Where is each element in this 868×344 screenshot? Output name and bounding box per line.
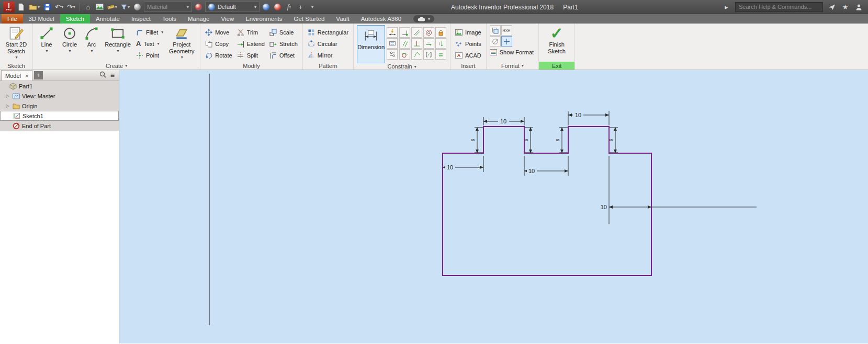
extend-button[interactable]: SplitExtend [235,39,266,49]
browser-tab-model[interactable]: Model × [1,70,32,81]
tree-item-origin[interactable]: ▷ Origin [0,101,119,111]
move-button[interactable]: Move [204,27,233,37]
line-button[interactable]: Line ▾ [36,25,57,53]
group-label-create[interactable]: Create▾ [35,62,198,70]
close-icon[interactable]: × [25,73,28,79]
favorites-button[interactable]: ★ [840,2,850,13]
circular-pattern-button[interactable]: Circular [306,39,350,49]
project-geometry-button[interactable]: Project Geometry ▾ [166,25,197,60]
undo-button[interactable]: ↶▾ [54,2,64,13]
dim-height-1[interactable] [475,127,483,153]
tab-get-started[interactable]: Get Started [288,14,331,24]
group-label-format[interactable]: Format▾ [488,62,537,70]
dimension-display-button[interactable]: HXH [501,25,512,36]
a360-sync-button[interactable]: ▾ [413,15,434,22]
tab-3d-model[interactable]: 3D Model [23,14,60,24]
iproperties-button[interactable] [95,2,105,13]
rotate-button[interactable]: Rotate [204,50,233,60]
insert-acad-button[interactable]: AACAD [454,50,483,60]
tangent-constraint-button[interactable] [399,49,410,60]
expand-arrow-icon[interactable]: ▷ [5,104,10,108]
parallel-constraint-button[interactable] [399,38,410,49]
tree-item-end-of-part[interactable]: End of Part [0,121,119,131]
symmetric-constraint-button[interactable] [423,49,434,60]
dim-text-tab1-width[interactable]: 10 [500,118,506,124]
finish-sketch-button[interactable]: ✓ Finish Sketch [542,25,571,54]
toolbar-overflow-button[interactable]: ▾ [307,2,317,13]
vertical-constraint-button[interactable] [435,38,446,49]
material-dropdown[interactable]: Material▾ [144,2,192,12]
tab-environments[interactable]: Environments [240,14,288,24]
point-button[interactable]: Point [134,50,165,60]
tab-autodesk-a360[interactable]: Autodesk A360 [355,14,407,24]
tab-tools[interactable]: Tools [156,14,182,24]
collinear-constraint-button[interactable] [411,27,422,38]
group-label-constrain[interactable]: Constrain▾ [355,63,448,70]
concentric-constraint-button[interactable] [423,27,434,38]
smooth-constraint-button[interactable] [411,49,422,60]
auto-dimension-button[interactable] [387,27,398,38]
show-format-button[interactable]: Show Format [490,47,535,57]
insert-image-button[interactable]: Image [454,27,483,37]
dim-height-3[interactable] [559,127,568,153]
add-browser-tab-button[interactable]: + [34,71,43,79]
scale-button[interactable]: Scale [268,27,299,37]
browser-menu-button[interactable]: ≡ [110,71,115,79]
parameters-button[interactable]: fx [284,2,294,13]
sketch-layers-button[interactable] [490,25,501,36]
adjust-material-button[interactable] [194,2,204,13]
new-file-button[interactable] [16,2,26,13]
tab-file[interactable]: File [2,14,23,24]
adjust-appearance-button[interactable] [261,2,271,13]
copy-button[interactable]: Copy [204,39,233,49]
dim-text-right-offset[interactable]: 10 [601,204,607,210]
tree-item-part1[interactable]: Part1 [0,81,119,91]
help-search-input[interactable] [735,2,823,12]
centerpoint-toggle-button[interactable] [501,36,512,47]
customize-toolbar-add-button[interactable]: + [296,2,306,13]
save-button[interactable] [42,2,52,13]
text-button[interactable]: A Text ▾ [134,39,165,49]
inventor-app-button[interactable]: IPRO [3,2,15,13]
constraint-settings-button[interactable] [387,49,398,60]
browser-search-button[interactable] [99,71,106,80]
dim-text-height-4[interactable]: 6 [608,139,614,141]
coincident-constraint-button[interactable] [399,27,410,38]
clear-appearance-button[interactable] [273,2,283,13]
tab-manage[interactable]: Manage [182,14,216,24]
perpendicular-constraint-button[interactable] [411,38,422,49]
measure-button[interactable]: ▾ [106,2,118,13]
sign-in-send-button[interactable] [827,2,837,13]
fillet-button[interactable]: Fillet ▾ [134,27,165,37]
mirror-button[interactable]: Mirror [306,50,350,60]
dim-right-offset[interactable] [609,156,757,224]
tree-item-sketch1[interactable]: Sketch1 [0,111,119,121]
tab-annotate[interactable]: Annotate [90,14,126,24]
split-button[interactable]: Split [235,50,266,60]
circle-button[interactable]: Circle ▾ [59,25,81,53]
rectangle-button[interactable]: Rectangle ▾ [103,25,133,53]
equal-constraint-button[interactable] [435,49,446,60]
open-button[interactable]: ▾ [28,2,41,13]
dim-text-height-3[interactable]: 6 [555,139,560,141]
dimension-button[interactable]: Dimension [357,25,385,63]
trim-button[interactable]: Trim [235,27,266,37]
sketch-profile-outline[interactable] [443,127,651,276]
appearance-sphere-button[interactable] [132,2,142,13]
appearance-dropdown[interactable]: Default▾ [205,2,260,12]
tab-vault[interactable]: Vault [330,14,355,24]
dim-text-height-2[interactable]: 6 [524,139,529,141]
lock-constraint-button[interactable] [435,27,446,38]
redo-button[interactable]: ↷▾ [66,2,76,13]
tab-view[interactable]: View [215,14,240,24]
sketch-canvas[interactable]: 10 10 10 [119,70,868,343]
insert-points-button[interactable]: Points [454,39,483,49]
expand-arrow-icon[interactable]: ▷ [5,94,10,98]
tree-item-view-master[interactable]: ▷ View: Master [0,91,119,101]
user-account-button[interactable] [854,2,864,13]
dim-text-tab2-width[interactable]: 10 [575,112,581,118]
start-2d-sketch-button[interactable]: Start 2D Sketch ▾ [3,25,29,60]
construction-toggle-button[interactable] [490,36,501,47]
show-constraints-button[interactable] [387,38,398,49]
stretch-button[interactable]: Stretch [268,39,299,49]
